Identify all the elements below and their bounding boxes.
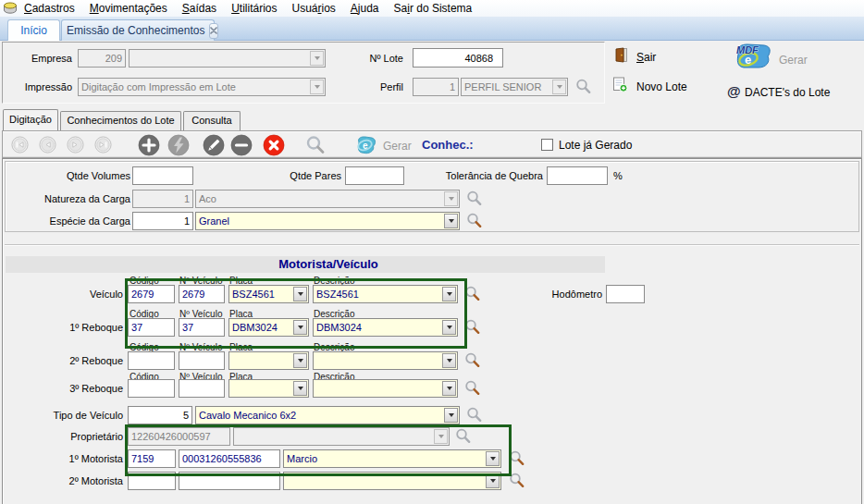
svg-text:e: e	[363, 141, 368, 151]
chevron-down-icon[interactable]	[293, 320, 307, 335]
chevron-down-icon[interactable]	[442, 287, 456, 301]
menu-utilitarios[interactable]: Utilitários	[231, 2, 277, 15]
nav-next-icon[interactable]	[67, 136, 84, 157]
tipo-veiculo-search-icon[interactable]	[466, 407, 483, 424]
reboque2-descricao-value	[316, 352, 440, 369]
edit-icon[interactable]	[203, 134, 225, 160]
reboque2-codigo-field[interactable]	[128, 351, 175, 370]
menu-bar: Cadastros Movimentações Saídas Utilitári…	[0, 0, 864, 17]
reboque3-placa-select[interactable]	[228, 379, 309, 398]
veiculo-num-field[interactable]	[179, 285, 225, 303]
novo-lote-button[interactable]: Novo Lote	[636, 80, 687, 93]
reboque3-descricao-select[interactable]	[313, 379, 458, 398]
reboque2-num-field[interactable]	[179, 351, 225, 370]
motorista2-select[interactable]	[283, 472, 501, 490]
cancel-icon[interactable]	[263, 134, 285, 160]
gerar-button[interactable]: Gerar	[383, 140, 412, 153]
tipo-veiculo-code-field[interactable]	[128, 406, 192, 424]
motorista1-label: 1º Motorista	[19, 453, 123, 464]
especie-search-icon[interactable]	[466, 213, 483, 229]
chevron-down-icon	[310, 51, 324, 66]
chevron-down-icon	[310, 80, 324, 94]
motorista2-search-icon[interactable]	[509, 473, 525, 489]
at-icon: @	[727, 83, 741, 99]
sair-button[interactable]: Sair	[636, 51, 656, 64]
header-panel: Empresa Impressão Digitação com Impressã…	[0, 41, 864, 109]
tab-digitacao[interactable]: Digitação	[3, 109, 58, 130]
reboque2-placa-select[interactable]	[228, 351, 309, 370]
menu-sair-do-sistema[interactable]: Sair do Sistema	[394, 2, 473, 15]
add-icon[interactable]	[138, 134, 160, 160]
especie-select[interactable]: Granel	[195, 212, 460, 230]
veiculo-codigo-field[interactable]	[128, 285, 175, 303]
menu-movimentacoes[interactable]: Movimentações	[90, 2, 167, 15]
chevron-down-icon[interactable]	[442, 353, 456, 368]
reboque2-search-icon[interactable]	[464, 352, 481, 369]
chevron-down-icon[interactable]	[293, 287, 307, 301]
separator	[5, 244, 859, 246]
chevron-down-icon[interactable]	[293, 381, 307, 396]
qtde-volumes-field[interactable]	[132, 166, 193, 185]
remove-icon[interactable]	[230, 134, 253, 160]
qtde-pares-field[interactable]	[345, 166, 404, 185]
tab-emissao-de-conhecimentos[interactable]: Emissão de Conhecimentos	[61, 19, 215, 41]
reboque1-num-field[interactable]	[179, 318, 225, 337]
num-lote-field[interactable]	[413, 48, 503, 68]
chevron-down-icon[interactable]	[444, 408, 458, 423]
num-lote-label: Nº Lote	[355, 53, 403, 64]
dacte-do-lote-button[interactable]: DACTE's do Lote	[745, 86, 830, 99]
natureza-search-icon[interactable]	[466, 191, 483, 207]
chevron-down-icon[interactable]	[486, 451, 500, 466]
chevron-down-icon[interactable]	[486, 473, 500, 488]
nav-last-icon[interactable]	[94, 136, 112, 157]
lightning-icon	[167, 134, 190, 160]
perfil-search-icon[interactable]	[575, 79, 592, 95]
app-icon	[3, 2, 18, 18]
menu-saidas[interactable]: Saídas	[182, 2, 216, 15]
tab-conhecimentos-do-lote[interactable]: Conhecimentos do Lote	[60, 111, 181, 130]
mdfe-gerar-button[interactable]: Gerar	[779, 54, 808, 67]
close-icon[interactable]	[209, 23, 218, 39]
veiculo-search-icon[interactable]	[464, 286, 481, 302]
nav-prev-icon[interactable]	[39, 136, 56, 157]
veiculo-label: Veículo	[3, 289, 123, 300]
reboque3-codigo-field[interactable]	[128, 379, 175, 398]
chevron-down-icon[interactable]	[442, 381, 456, 396]
reboque1-descricao-select[interactable]: DBM3024	[313, 318, 458, 337]
qtde-volumes-label: Qtde Volumes	[29, 170, 130, 181]
chevron-down-icon[interactable]	[442, 320, 456, 335]
reboque3-descricao-value	[316, 380, 440, 397]
motorista1-documento-field[interactable]	[179, 449, 280, 468]
chevron-down-icon[interactable]	[444, 214, 458, 228]
proprietario-name-value	[237, 428, 432, 445]
tipo-veiculo-select[interactable]: Cavalo Mecanico 6x2	[195, 406, 460, 424]
reboque3-num-field[interactable]	[179, 379, 225, 398]
veiculo-placa-select[interactable]: BSZ4561	[228, 285, 309, 303]
svg-text:e: e	[745, 53, 751, 67]
tolerancia-field[interactable]	[547, 166, 608, 185]
especie-code-field[interactable]	[132, 212, 193, 230]
menu-usuarios[interactable]: Usuários	[291, 2, 335, 15]
motorista1-select[interactable]: Marcio	[283, 449, 501, 468]
menu-ajuda[interactable]: Ajuda	[351, 2, 379, 15]
reboque1-search-icon[interactable]	[464, 319, 481, 336]
tab-consulta[interactable]: Consulta	[183, 111, 241, 130]
proprietario-search-icon[interactable]	[455, 428, 472, 445]
lote-ja-gerado-checkbox[interactable]	[541, 139, 553, 151]
reboque3-search-icon[interactable]	[464, 380, 481, 397]
motorista2-documento-field[interactable]	[179, 472, 280, 490]
impressao-label: Impressão	[6, 81, 72, 92]
chevron-down-icon[interactable]	[293, 353, 307, 368]
tab-inicio[interactable]: Início	[7, 19, 60, 42]
motorista1-search-icon[interactable]	[509, 450, 525, 467]
search-icon[interactable]	[305, 135, 326, 159]
reboque2-descricao-select[interactable]	[313, 351, 458, 370]
reboque1-codigo-field[interactable]	[128, 318, 175, 337]
motorista1-codigo-field[interactable]	[128, 449, 176, 468]
menu-cadastros[interactable]: Cadastros	[24, 2, 75, 15]
motorista2-codigo-field[interactable]	[128, 472, 176, 490]
reboque1-placa-select[interactable]: DBM3024	[228, 318, 309, 337]
nav-first-icon[interactable]	[11, 136, 29, 157]
veiculo-descricao-select[interactable]: BSZ4561	[313, 285, 458, 303]
hodometro-field[interactable]	[606, 285, 645, 303]
